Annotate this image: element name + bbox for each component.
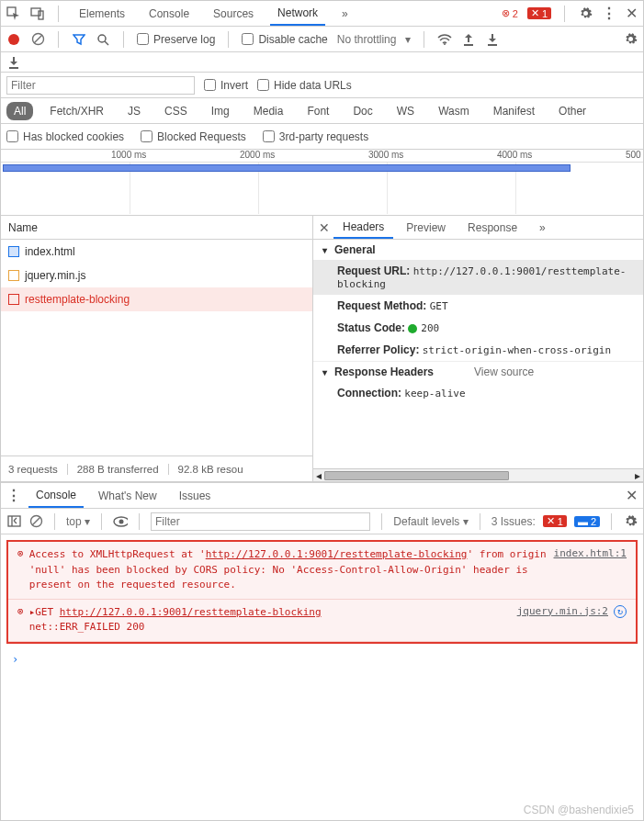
type-img[interactable]: Img bbox=[204, 102, 237, 120]
type-doc[interactable]: Doc bbox=[345, 102, 379, 120]
console-settings-icon[interactable] bbox=[623, 514, 638, 529]
drawer-menu-icon[interactable]: ⋮ bbox=[6, 487, 21, 504]
thirdparty-check[interactable]: 3rd-party requests bbox=[263, 130, 368, 143]
console-clear-icon[interactable] bbox=[28, 514, 43, 529]
tab-elements[interactable]: Elements bbox=[72, 3, 132, 25]
tab-headers[interactable]: Headers bbox=[333, 217, 393, 239]
detail-tabs-more[interactable]: » bbox=[530, 218, 555, 238]
device-icon[interactable] bbox=[30, 6, 45, 21]
type-font[interactable]: Font bbox=[299, 102, 336, 120]
type-other[interactable]: Other bbox=[551, 102, 593, 120]
network-toolbar: Preserve log Disable cache No throttling… bbox=[1, 27, 643, 52]
h-scrollbar[interactable]: ◂ ▸ bbox=[313, 468, 643, 481]
tab-sources[interactable]: Sources bbox=[206, 3, 261, 25]
search-icon[interactable] bbox=[96, 32, 110, 47]
timeline-selection[interactable] bbox=[3, 164, 571, 172]
type-media[interactable]: Media bbox=[246, 102, 291, 120]
type-all[interactable]: All bbox=[6, 102, 33, 120]
svg-point-17 bbox=[119, 519, 124, 523]
referrer-policy-key: Referrer Policy: bbox=[337, 343, 419, 356]
context-select[interactable]: top ▾ bbox=[66, 515, 90, 528]
network-table: Name index.html jquery.min.js resttempla… bbox=[1, 216, 643, 482]
section-response-headers[interactable]: Response HeadersView source bbox=[313, 361, 643, 382]
network-toolbar-2 bbox=[1, 52, 643, 73]
filter-input[interactable] bbox=[6, 76, 195, 95]
console-error-get[interactable]: ⊗ ▸GET http://127.0.0.1:9001/resttemplat… bbox=[8, 600, 636, 642]
issues-link[interactable]: 3 Issues: bbox=[491, 515, 536, 528]
preserve-log-check[interactable]: Preserve log bbox=[137, 33, 215, 46]
request-row-jquery[interactable]: jquery.min.js bbox=[1, 264, 312, 287]
svg-point-3 bbox=[8, 34, 19, 45]
clear-icon[interactable] bbox=[30, 32, 45, 47]
request-row-resttemplate[interactable]: resttemplate-blocking bbox=[1, 287, 312, 311]
tabs-overflow[interactable]: » bbox=[334, 3, 356, 25]
request-row-index[interactable]: index.html bbox=[1, 240, 312, 264]
timeline[interactable]: 1000 ms 2000 ms 3000 ms 4000 ms 500 bbox=[1, 150, 643, 216]
record-icon[interactable] bbox=[6, 32, 21, 47]
drawer-tab-issues[interactable]: Issues bbox=[172, 485, 219, 507]
levels-select[interactable]: Default levels ▾ bbox=[393, 515, 468, 528]
file-icon bbox=[8, 246, 19, 257]
issue-error-count[interactable]: ✕ 1 bbox=[543, 515, 567, 527]
request-method-value: GET bbox=[430, 300, 448, 312]
error-source-link[interactable]: index.html:1 bbox=[554, 547, 627, 559]
type-wasm[interactable]: Wasm bbox=[431, 102, 477, 120]
request-name: resttemplate-blocking bbox=[25, 293, 130, 306]
blocked-requests-check[interactable]: Blocked Requests bbox=[141, 130, 246, 143]
svg-line-5 bbox=[34, 35, 42, 43]
type-manifest[interactable]: Manifest bbox=[486, 102, 542, 120]
issue-info-count[interactable]: ▬ 2 bbox=[574, 516, 600, 527]
console-error-cors[interactable]: ⊗ Access to XMLHttpRequest at 'http://12… bbox=[8, 542, 636, 600]
request-url-key: Request URL: bbox=[337, 264, 410, 277]
console-filter-input[interactable] bbox=[151, 512, 370, 531]
tick-4000: 4000 ms bbox=[497, 150, 532, 160]
inspect-icon[interactable] bbox=[6, 6, 21, 21]
connection-value: keep-alive bbox=[404, 388, 465, 399]
download-icon[interactable] bbox=[485, 32, 500, 47]
request-count: 3 requests bbox=[8, 464, 68, 475]
tab-preview[interactable]: Preview bbox=[397, 218, 455, 238]
transferred: 288 B transferred bbox=[77, 464, 169, 475]
console-sidebar-icon[interactable] bbox=[6, 514, 21, 529]
devtools-top-tabs: Elements Console Sources Network » ⊗ 2 ✕… bbox=[1, 1, 643, 27]
tab-network[interactable]: Network bbox=[270, 2, 325, 26]
type-ws[interactable]: WS bbox=[390, 102, 422, 120]
name-column-header[interactable]: Name bbox=[1, 216, 312, 240]
drawer-tab-whatsnew[interactable]: What's New bbox=[91, 485, 164, 507]
throttling-select[interactable]: No throttling ▾ bbox=[337, 33, 412, 46]
type-css[interactable]: CSS bbox=[157, 102, 195, 120]
type-check-bar: Has blocked cookies Blocked Requests 3rd… bbox=[1, 124, 643, 150]
svg-point-8 bbox=[444, 43, 446, 45]
close-details[interactable]: ✕ bbox=[319, 220, 330, 235]
close-devtools[interactable]: ✕ bbox=[626, 5, 638, 22]
upload-icon[interactable] bbox=[461, 32, 476, 47]
console-prompt[interactable]: › bbox=[1, 649, 643, 669]
network-settings-icon[interactable] bbox=[623, 32, 638, 47]
blocked-cookies-check[interactable]: Has blocked cookies bbox=[6, 130, 124, 143]
live-expr-icon[interactable] bbox=[113, 514, 128, 529]
type-js[interactable]: JS bbox=[120, 102, 148, 120]
hide-dataurls-check[interactable]: Hide data URLs bbox=[257, 79, 352, 92]
error-source-link[interactable]: jquery.min.js:2 bbox=[517, 605, 608, 617]
drawer-tab-console[interactable]: Console bbox=[28, 484, 84, 508]
section-general[interactable]: General bbox=[313, 240, 643, 260]
reload-icon[interactable]: ↻ bbox=[614, 605, 627, 618]
download-har-icon[interactable] bbox=[6, 55, 21, 70]
disable-cache-check[interactable]: Disable cache bbox=[242, 33, 327, 46]
tab-response[interactable]: Response bbox=[458, 218, 526, 238]
connection-key: Connection: bbox=[337, 387, 401, 399]
wifi-icon[interactable] bbox=[437, 32, 452, 47]
error-count[interactable]: ⊗ 2 bbox=[502, 7, 518, 19]
tab-console[interactable]: Console bbox=[141, 3, 197, 25]
filter-icon[interactable] bbox=[72, 32, 86, 47]
invert-check[interactable]: Invert bbox=[204, 79, 248, 92]
svg-line-7 bbox=[105, 41, 108, 45]
settings-icon[interactable] bbox=[578, 6, 593, 21]
error-solid-count[interactable]: ✕ 1 bbox=[527, 7, 551, 19]
drawer-close[interactable]: ✕ bbox=[626, 487, 638, 504]
tick-3000: 3000 ms bbox=[368, 150, 403, 160]
referrer-policy-value: strict-origin-when-cross-origin bbox=[423, 344, 611, 356]
view-source-link[interactable]: View source bbox=[474, 366, 534, 378]
kebab-icon[interactable]: ⋮ bbox=[602, 5, 616, 22]
type-fetchxhr[interactable]: Fetch/XHR bbox=[42, 102, 111, 120]
